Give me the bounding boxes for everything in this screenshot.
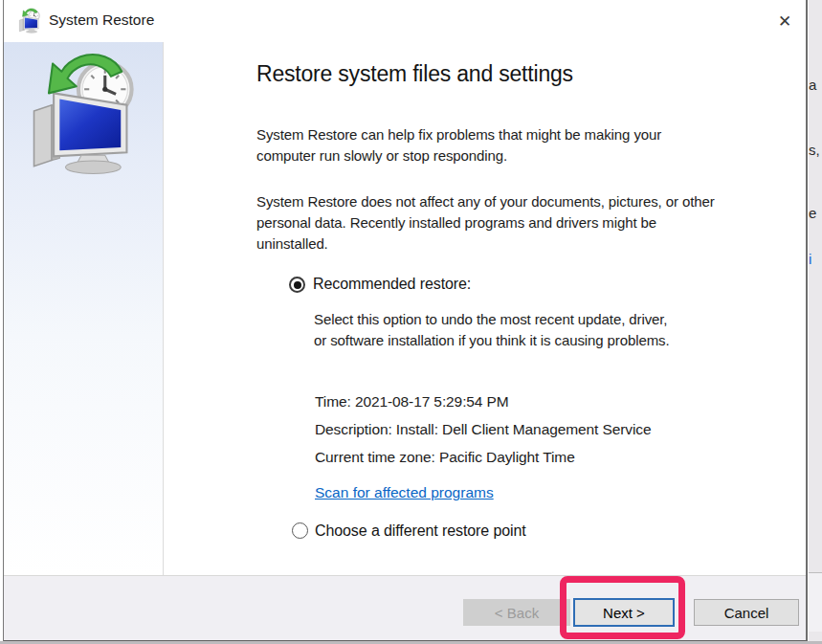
choose-different-restore-radio[interactable] — [292, 522, 308, 539]
restore-point-time: Time: 2021-08-17 5:29:54 PM — [315, 393, 509, 411]
background-text-fragment: i — [809, 251, 811, 267]
system-restore-illustration-icon — [18, 50, 144, 176]
background-text-fragment: a — [809, 77, 816, 93]
background-text-fragment: e — [809, 205, 816, 221]
choose-different-restore-label[interactable]: Choose a different restore point — [315, 522, 526, 540]
background-box-fragment — [809, 572, 822, 632]
recommended-description: Select this option to undo the most rece… — [314, 309, 773, 351]
background-text-fragment: s, — [809, 142, 820, 158]
system-restore-app-icon — [16, 8, 42, 33]
titlebar: System Restore ✕ — [4, 0, 806, 42]
back-button[interactable]: < Back — [463, 599, 570, 626]
note-paragraph: System Restore does not affect any of yo… — [256, 191, 792, 255]
page-title: Restore system files and settings — [256, 61, 573, 87]
window-title: System Restore — [49, 11, 154, 29]
restore-point-description: Description: Install: Dell Client Manage… — [315, 421, 651, 438]
close-icon: ✕ — [778, 11, 791, 32]
cancel-button[interactable]: Cancel — [694, 599, 799, 626]
footer-button-bar: < Back Next > Cancel — [4, 575, 806, 640]
intro-paragraph: System Restore can help fix problems tha… — [256, 124, 773, 167]
scan-affected-programs-link[interactable]: Scan for affected programs — [315, 484, 494, 501]
restore-point-timezone: Current time zone: Pacific Daylight Time — [315, 449, 575, 466]
next-button[interactable]: Next > — [573, 598, 675, 627]
system-restore-dialog: System Restore ✕ Restore system files an… — [3, 0, 808, 642]
background-page-strip: a s, e i — [809, 0, 822, 644]
close-button[interactable]: ✕ — [771, 8, 798, 34]
recommended-restore-label[interactable]: Recommended restore: — [313, 276, 471, 293]
sidebar — [4, 42, 164, 575]
recommended-restore-radio[interactable] — [289, 277, 305, 293]
page: System Restore ✕ Restore system files an… — [0, 0, 822, 644]
